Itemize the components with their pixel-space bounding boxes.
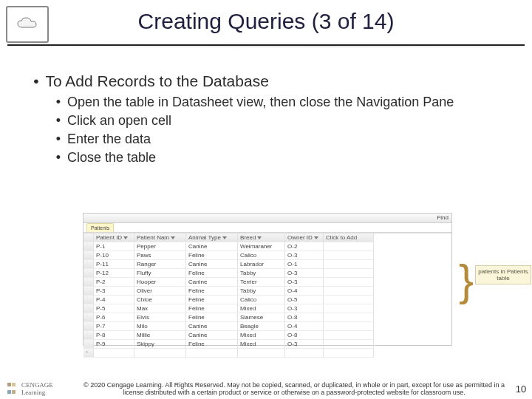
cell: Fluffy [134, 269, 186, 278]
table-tab: Patients [83, 223, 451, 233]
page-number: 10 [510, 383, 532, 395]
cell: P-6 [94, 313, 134, 322]
cell [324, 269, 374, 278]
cell: P-2 [94, 278, 134, 287]
cell: Feline [186, 296, 238, 304]
cell: Labrador [238, 260, 285, 269]
datasheet-screenshot: Find Patients Patient IDPatient NamAnima… [83, 213, 452, 346]
cell: Weimaraner [238, 242, 285, 251]
cell [324, 251, 374, 260]
cell [324, 331, 374, 340]
cell: Feline [186, 304, 238, 313]
footer: CENGAGE Learning © 2020 Cengage Learning… [0, 381, 532, 396]
cell: O-4 [285, 322, 324, 331]
cell: P-7 [94, 322, 134, 331]
cell: P-3 [94, 287, 134, 296]
cell: Max [134, 304, 186, 313]
cell: O-8 [285, 313, 324, 322]
cell: Skippy [134, 340, 186, 349]
cell: Oliver [134, 287, 186, 296]
cell [324, 287, 374, 296]
row-header [83, 278, 94, 287]
cell [134, 349, 186, 358]
cell: O-3 [285, 278, 324, 287]
cell: P-9 [94, 340, 134, 349]
step-item: • Click an open cell [53, 113, 504, 129]
callout-bracket: } [459, 225, 474, 336]
cell: P-12 [94, 269, 134, 278]
column-header: Owner ID [285, 233, 324, 242]
cell: O-2 [285, 242, 324, 251]
cell: Tabby [238, 269, 285, 278]
row-header [83, 331, 94, 340]
new-row-icon: * [83, 349, 94, 358]
cell: Feline [186, 251, 238, 260]
subtitle: • To Add Records to the Database [31, 72, 504, 90]
cell: P-8 [94, 331, 134, 340]
step-item: • Enter the data [53, 132, 504, 147]
callout: patients in Patients table [475, 265, 531, 284]
cell: Milo [134, 322, 186, 331]
cell [285, 349, 324, 358]
step-item: • Close the table [53, 150, 504, 166]
cell [324, 340, 374, 349]
column-header: Patient Nam [134, 233, 186, 242]
cell [324, 349, 374, 358]
row-header [83, 340, 94, 349]
cell: Feline [186, 287, 238, 296]
cell: O-3 [285, 340, 324, 349]
cell: Pepper [134, 242, 186, 251]
slide-title: Creating Queries (3 of 14) [0, 9, 532, 34]
footer-copyright: © 2020 Cengage Learning. All Rights Rese… [78, 381, 510, 396]
cell: O-1 [285, 260, 324, 269]
row-header [83, 251, 94, 260]
cell [324, 313, 374, 322]
cell [324, 322, 374, 331]
cell: Millie [134, 331, 186, 340]
cell: Calico [238, 251, 285, 260]
cell: Tabby [238, 287, 285, 296]
cell: O-8 [285, 331, 324, 340]
subtitle-text: To Add Records to the Database [45, 72, 268, 89]
cell: P-1 [94, 242, 134, 251]
cell [324, 296, 374, 304]
column-header: Click to Add [324, 233, 374, 242]
cell: O-5 [285, 296, 324, 304]
cell: Canine [186, 331, 238, 340]
cell: Canine [186, 242, 238, 251]
cell: Feline [186, 340, 238, 349]
cell: Canine [186, 278, 238, 287]
window-bar: Find [83, 214, 451, 223]
cell: O-3 [285, 269, 324, 278]
cell: Canine [186, 260, 238, 269]
cell: Canine [186, 322, 238, 331]
cell [94, 349, 134, 358]
row-header [83, 313, 94, 322]
cell: Chloe [134, 296, 186, 304]
column-header: Animal Type [186, 233, 238, 242]
cell: Feline [186, 313, 238, 322]
column-header: Patient ID [94, 233, 134, 242]
cell: Mixed [238, 340, 285, 349]
cell: Paws [134, 251, 186, 260]
cell [324, 304, 374, 313]
footer-brand: CENGAGE Learning [0, 381, 78, 396]
step-item: • Open the table in Datasheet view, then… [53, 95, 504, 110]
cell [238, 349, 285, 358]
cell: P-5 [94, 304, 134, 313]
cell [324, 260, 374, 269]
cell: Mixed [238, 331, 285, 340]
cell: O-3 [285, 304, 324, 313]
cell: Ranger [134, 260, 186, 269]
cell: Feline [186, 269, 238, 278]
cell: Elvis [134, 313, 186, 322]
cell: O-4 [285, 287, 324, 296]
title-shadow [7, 46, 525, 48]
cell: Terrier [238, 278, 285, 287]
cell: O-3 [285, 251, 324, 260]
cell [186, 349, 238, 358]
cell: P-10 [94, 251, 134, 260]
row-header [83, 242, 94, 251]
row-header [83, 287, 94, 296]
cell [324, 278, 374, 287]
